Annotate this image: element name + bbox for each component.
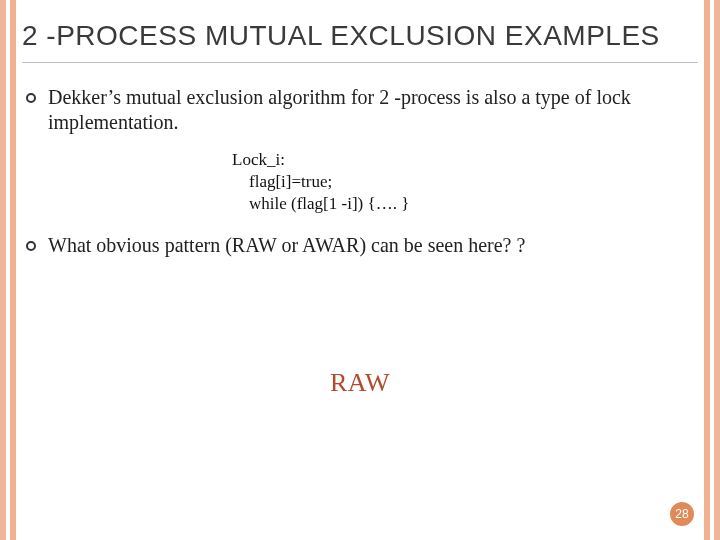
right-stripe-outer <box>714 0 720 540</box>
bullet-list: Dekker’s mutual exclusion algorithm for … <box>22 85 698 135</box>
content-area: 2 -PROCESS MUTUAL EXCLUSION EXAMPLES Dek… <box>22 20 698 530</box>
bullet-item: Dekker’s mutual exclusion algorithm for … <box>22 85 698 135</box>
answer-text: RAW <box>22 368 698 398</box>
code-block: Lock_i: flag[i]=true; while (flag[1 -i])… <box>232 149 698 215</box>
page-number-badge: 28 <box>670 502 694 526</box>
left-stripe-inner <box>10 0 16 540</box>
right-stripe-gap <box>710 0 714 540</box>
slide-title: 2 -PROCESS MUTUAL EXCLUSION EXAMPLES <box>22 20 698 63</box>
bullet-list: What obvious pattern (RAW or AWAR) can b… <box>22 233 698 258</box>
slide: 2 -PROCESS MUTUAL EXCLUSION EXAMPLES Dek… <box>0 0 720 540</box>
bullet-item: What obvious pattern (RAW or AWAR) can b… <box>22 233 698 258</box>
right-stripe-inner <box>704 0 710 540</box>
